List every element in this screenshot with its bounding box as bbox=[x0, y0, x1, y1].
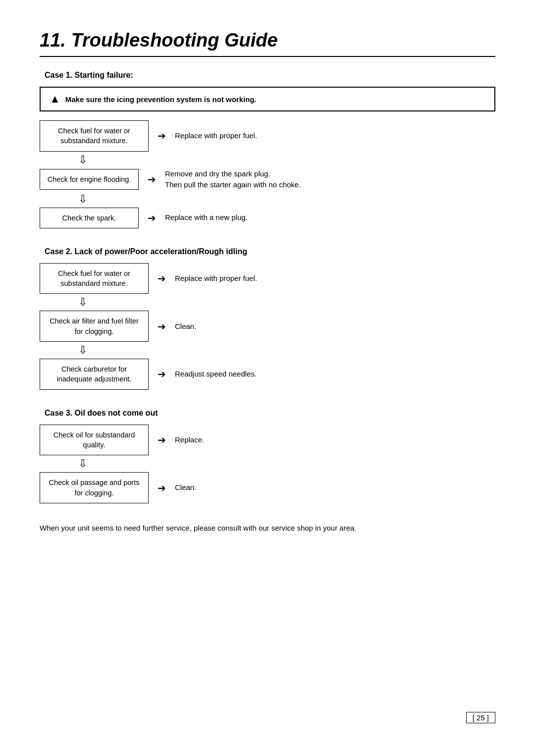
case2-step2-arrow: ➔ bbox=[158, 321, 166, 332]
case3-step1-box-text: Check oil for substandard quality. bbox=[54, 431, 135, 449]
case1-down2: ⇩ bbox=[40, 193, 495, 206]
title-divider bbox=[40, 56, 495, 57]
case1-step2-action: Remove and dry the spark plug.Then pull … bbox=[165, 168, 301, 191]
page-title: 11. Troubleshooting Guide bbox=[40, 30, 495, 51]
case2-step1-box: Check fuel for water or substandard mixt… bbox=[40, 263, 149, 294]
case3-down1: ⇩ bbox=[40, 457, 495, 470]
case3-section: Case 3. Oil does not come out Check oil … bbox=[40, 409, 495, 503]
case3-step1-box: Check oil for substandard quality. bbox=[40, 425, 149, 456]
case1-title: Case 1. Starting failure: bbox=[45, 71, 495, 80]
case1-step2-box-text: Check for engine flooding. bbox=[48, 175, 131, 183]
case1-step2-arrow: ➔ bbox=[148, 173, 156, 185]
case1-step3-action: Replace with a new plug. bbox=[165, 212, 248, 223]
case2-step3-row: Check carburetor for inadequate adjustme… bbox=[40, 359, 495, 390]
case2-step2-action: Clean. bbox=[175, 321, 196, 332]
case2-down1: ⇩ bbox=[40, 296, 495, 309]
case1-warning-text: Make sure the icing prevention system is… bbox=[65, 95, 257, 104]
case3-down-arrow1: ⇩ bbox=[78, 457, 87, 470]
case2-step3-arrow: ➔ bbox=[158, 368, 166, 380]
case1-step2-row: Check for engine flooding. ➔ Remove and … bbox=[40, 168, 495, 191]
case1-section: Case 1. Starting failure: ▲ Make sure th… bbox=[40, 71, 495, 228]
case1-step1-box: Check fuel for water or substandard mixt… bbox=[40, 120, 149, 152]
case1-step3-arrow: ➔ bbox=[148, 212, 156, 224]
footer-text: When your unit seems to need further ser… bbox=[40, 522, 495, 534]
case3-step2-box-text: Check oil passage and ports for clogging… bbox=[49, 479, 140, 496]
case2-down2: ⇩ bbox=[40, 344, 495, 357]
case2-flow: Check fuel for water or substandard mixt… bbox=[40, 263, 495, 390]
case2-title: Case 2. Lack of power/Poor acceleration/… bbox=[45, 247, 495, 256]
case2-step1-arrow: ➔ bbox=[158, 272, 166, 284]
case2-step3-action: Readjust speed needles. bbox=[175, 369, 257, 380]
case1-down-arrow1: ⇩ bbox=[78, 154, 87, 166]
case1-step3-box-text: Check the spark. bbox=[62, 214, 116, 222]
case1-step1-box-text: Check fuel for water or substandard mixt… bbox=[58, 127, 130, 145]
case2-down-arrow1: ⇩ bbox=[78, 296, 87, 309]
page-number-value: 25 bbox=[477, 713, 485, 722]
page-number-container: [ 25 ] bbox=[466, 712, 495, 723]
case2-step1-box-text: Check fuel for water or substandard mixt… bbox=[58, 270, 130, 287]
case3-step1-arrow: ➔ bbox=[158, 434, 166, 446]
page-wrapper: 11. Troubleshooting Guide Case 1. Starti… bbox=[40, 30, 495, 723]
case1-flow: ▲ Make sure the icing prevention system … bbox=[40, 87, 495, 228]
case2-step2-box-text: Check air filter and fuel filter for clo… bbox=[50, 317, 139, 335]
case3-step2-arrow: ➔ bbox=[158, 482, 166, 494]
case3-step2-action: Clean. bbox=[175, 482, 196, 493]
case1-step1-arrow: ➔ bbox=[158, 130, 166, 142]
warning-triangle-icon: ▲ bbox=[50, 93, 60, 106]
case2-step3-box: Check carburetor for inadequate adjustme… bbox=[40, 359, 149, 390]
case3-flow: Check oil for substandard quality. ➔ Rep… bbox=[40, 425, 495, 503]
case1-step1-row: Check fuel for water or substandard mixt… bbox=[40, 120, 495, 152]
case2-step2-row: Check air filter and fuel filter for clo… bbox=[40, 311, 495, 342]
case2-step3-box-text: Check carburetor for inadequate adjustme… bbox=[57, 365, 132, 383]
page-number: [ 25 ] bbox=[466, 712, 495, 723]
case1-step1-action: Replace with proper fuel. bbox=[175, 130, 257, 142]
case1-down1: ⇩ bbox=[40, 154, 495, 166]
case3-step1-row: Check oil for substandard quality. ➔ Rep… bbox=[40, 425, 495, 456]
case1-down-arrow2: ⇩ bbox=[78, 193, 87, 206]
case3-step2-row: Check oil passage and ports for clogging… bbox=[40, 472, 495, 503]
case2-section: Case 2. Lack of power/Poor acceleration/… bbox=[40, 247, 495, 390]
case2-down-arrow2: ⇩ bbox=[78, 344, 87, 357]
case1-step3-box: Check the spark. bbox=[40, 208, 139, 228]
case3-title: Case 3. Oil does not come out bbox=[45, 409, 495, 418]
case1-step3-row: Check the spark. ➔ Replace with a new pl… bbox=[40, 208, 495, 228]
case1-warning-box: ▲ Make sure the icing prevention system … bbox=[40, 87, 495, 111]
case3-step1-action: Replace. bbox=[175, 434, 204, 446]
case2-step2-box: Check air filter and fuel filter for clo… bbox=[40, 311, 149, 342]
case3-step2-box: Check oil passage and ports for clogging… bbox=[40, 472, 149, 503]
case2-step1-action: Replace with proper fuel. bbox=[175, 273, 257, 284]
case2-step1-row: Check fuel for water or substandard mixt… bbox=[40, 263, 495, 294]
case1-step2-box: Check for engine flooding. bbox=[40, 169, 139, 190]
